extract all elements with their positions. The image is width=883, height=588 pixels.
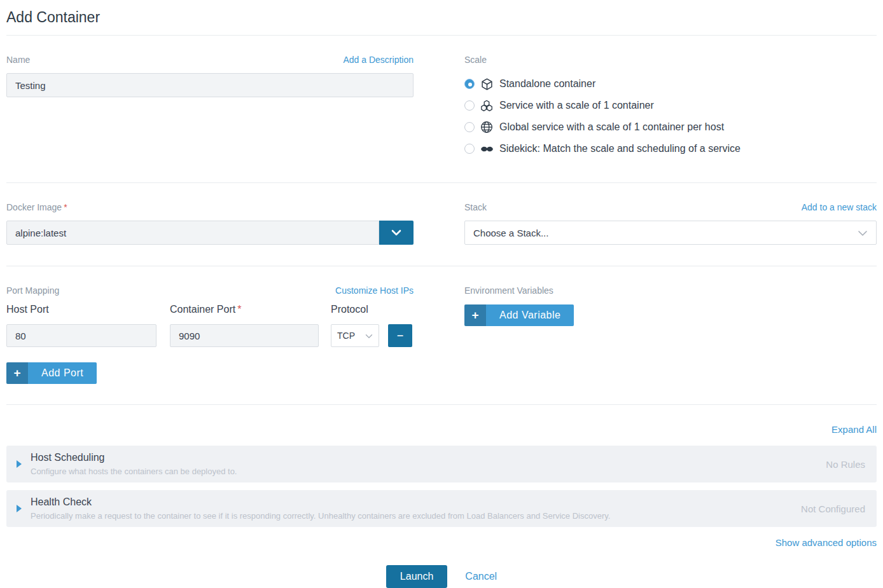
cube-icon [480,77,494,91]
expand-all-link[interactable]: Expand All [831,424,877,435]
radio-button[interactable] [464,122,475,132]
chevron-down-icon [391,228,401,238]
scale-options: Standalone container Service with a scal… [464,73,877,160]
protocol-select[interactable]: TCP [331,324,379,347]
image-stack-section: Docker Image* Stack Add to a new stack [6,183,877,266]
protocol-label: Protocol [331,304,379,315]
minus-icon: − [397,330,404,341]
chevron-down-icon [365,331,373,341]
radio-standalone-container[interactable]: Standalone container [464,73,877,95]
radio-global-service[interactable]: Global service with a scale of 1 contain… [464,116,877,138]
name-scale-section: Name Add a Description Scale [6,36,877,182]
docker-image-input[interactable] [6,221,379,245]
required-asterisk: * [64,202,67,212]
add-variable-button[interactable]: + Add Variable [464,304,574,326]
name-label: Name [6,55,30,65]
radio-service[interactable]: Service with a scale of 1 container [464,95,877,116]
add-variable-button-label: Add Variable [486,304,574,326]
show-advanced-options-link[interactable]: Show advanced options [775,537,877,548]
name-input[interactable] [6,73,414,97]
radio-label: Global service with a scale of 1 contain… [499,121,724,133]
add-description-link[interactable]: Add a Description [343,55,414,65]
accordion-host-scheduling[interactable]: Host Scheduling Configure what hosts the… [6,446,877,482]
port-mapping-label: Port Mapping [6,285,59,296]
chevron-down-icon [858,228,868,238]
service-icon [480,99,494,113]
mask-icon [480,142,494,156]
page-title: Add Container [6,9,877,26]
accordion-status: Not Configured [801,503,865,514]
radio-button[interactable] [464,144,475,154]
accordion-status: No Rules [826,459,865,470]
radio-button[interactable] [464,100,475,111]
cancel-button[interactable]: Cancel [465,571,497,582]
scale-label: Scale [464,55,487,65]
radio-label: Service with a scale of 1 container [499,100,654,111]
radio-sidekick[interactable]: Sidekick: Match the scale and scheduling… [464,138,877,160]
environment-variables-label: Environment Variables [464,285,553,296]
launch-button[interactable]: Launch [386,565,448,588]
ports-env-section: Port Mapping Customize Host IPs Host Por… [6,266,877,404]
container-port-label: Container Port* [170,304,319,315]
stack-label: Stack [464,202,487,212]
add-port-button[interactable]: + Add Port [6,362,97,384]
advanced-sections: Expand All Host Scheduling Configure wha… [6,424,877,549]
add-new-stack-link[interactable]: Add to a new stack [802,202,877,212]
docker-image-label: Docker Image* [6,202,67,212]
accordion-health-check[interactable]: Health Check Periodically make a request… [6,490,877,527]
accordion-title: Host Scheduling [31,452,813,463]
accordion-description: Periodically make a request to the conta… [31,511,788,521]
port-mapping-row: Host Port Container Port* Protocol TCP [6,304,414,347]
add-port-button-label: Add Port [28,362,97,384]
required-asterisk: * [237,304,241,315]
image-dropdown-button[interactable] [379,221,414,245]
stack-select[interactable]: Choose a Stack... [464,221,877,245]
form-footer: Launch Cancel [6,565,877,588]
protocol-select-value: TCP [337,331,355,341]
divider-3 [6,404,877,405]
radio-button[interactable] [464,79,475,89]
globe-icon [480,120,494,134]
caret-right-icon [17,505,22,512]
accordion-title: Health Check [31,496,788,508]
remove-port-button[interactable]: − [388,324,412,347]
host-port-input[interactable] [6,324,156,347]
customize-host-ips-link[interactable]: Customize Host IPs [335,285,414,296]
radio-label: Standalone container [499,78,595,90]
caret-right-icon [17,460,22,468]
add-container-form: Add Container Name Add a Description Sca… [0,0,883,588]
radio-label: Sidekick: Match the scale and scheduling… [499,143,740,154]
host-port-label: Host Port [6,304,156,315]
plus-icon: + [6,362,28,384]
container-port-input[interactable] [170,324,319,347]
plus-icon: + [464,304,486,326]
accordion-description: Configure what hosts the containers can … [31,467,813,476]
stack-select-value: Choose a Stack... [473,228,548,238]
